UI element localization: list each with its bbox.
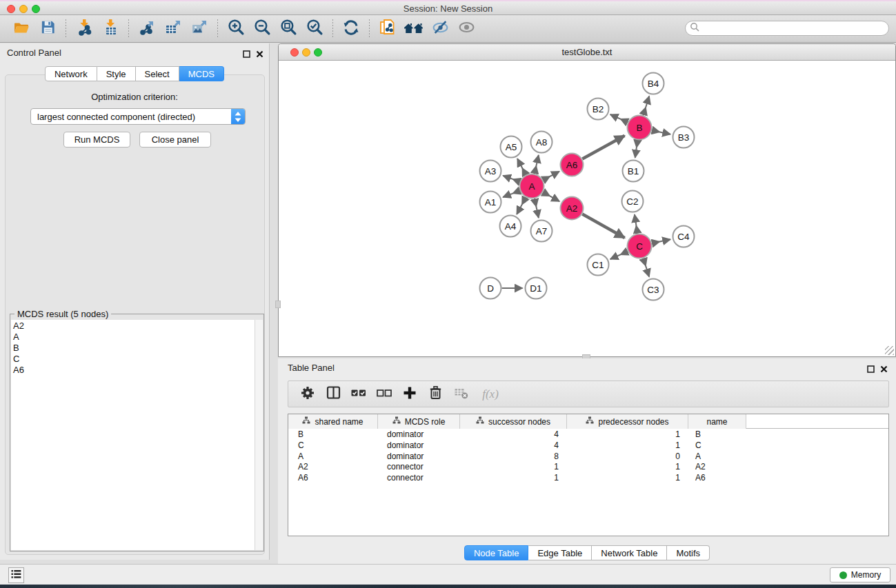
- table-row[interactable]: A2connector11A2: [288, 462, 888, 473]
- mcds-result-item[interactable]: A6: [13, 365, 255, 376]
- delete-table-button[interactable]: [451, 385, 470, 404]
- graph-node-B4[interactable]: B4: [643, 73, 664, 94]
- show-columns-button[interactable]: [323, 385, 343, 404]
- mcds-result-item[interactable]: C: [13, 354, 255, 365]
- graph-edge-A-A1[interactable]: [503, 191, 520, 197]
- graph-node-A8[interactable]: A8: [531, 132, 552, 153]
- graph-edge-B-B4[interactable]: [644, 97, 650, 116]
- zoom-selected-button[interactable]: [304, 19, 325, 39]
- float-panel-icon[interactable]: [867, 363, 875, 376]
- column-header-shared-name[interactable]: shared name: [288, 414, 378, 429]
- export-network-button[interactable]: [137, 19, 157, 39]
- import-network-button[interactable]: [74, 19, 94, 39]
- graph-node-A5[interactable]: A5: [501, 136, 522, 158]
- tab-mcds[interactable]: MCDS: [179, 66, 224, 81]
- home-reset-view-button[interactable]: [404, 19, 424, 39]
- graph-edge-A-A2[interactable]: [543, 192, 559, 201]
- zoom-fit-button[interactable]: [278, 19, 299, 39]
- graph-node-B2[interactable]: B2: [588, 99, 609, 120]
- graph-node-A4[interactable]: A4: [500, 216, 521, 237]
- tab-style[interactable]: Style: [97, 66, 136, 81]
- network-canvas[interactable]: AA1A2A3A4A5A6A7A8BB1B2B3B4CC1C2C3C4DD1: [279, 61, 895, 356]
- graph-edge-B-B1[interactable]: [635, 140, 638, 157]
- graph-node-A[interactable]: A: [520, 174, 544, 199]
- graph-node-A2[interactable]: A2: [561, 197, 584, 220]
- table-row[interactable]: Cdominator41C: [288, 440, 888, 452]
- graph-edge-A-A4[interactable]: [517, 197, 526, 214]
- select-all-button[interactable]: [349, 385, 368, 404]
- show-all-button[interactable]: [456, 19, 477, 39]
- graph-edge-A-A5[interactable]: [517, 159, 526, 174]
- tab-node-table[interactable]: Node Table: [464, 545, 529, 560]
- graph-node-C3[interactable]: C3: [643, 279, 664, 301]
- tab-network-table[interactable]: Network Table: [592, 545, 667, 560]
- graph-edge-A6-B[interactable]: [582, 136, 624, 159]
- tab-select[interactable]: Select: [136, 66, 179, 81]
- zoom-in-button[interactable]: [226, 19, 246, 39]
- mcds-list-scrollbar[interactable]: [255, 320, 263, 550]
- mcds-result-item[interactable]: B: [13, 343, 255, 354]
- graph-node-B[interactable]: B: [628, 116, 652, 140]
- graph-edge-C-C2[interactable]: [635, 214, 637, 233]
- search-input[interactable]: [700, 22, 888, 34]
- close-panel-icon[interactable]: [256, 48, 263, 61]
- graph-edge-A-A6[interactable]: [543, 172, 559, 181]
- hide-selected-button[interactable]: [430, 19, 450, 39]
- open-session-button[interactable]: [11, 19, 32, 39]
- graph-edge-B-B3[interactable]: [652, 130, 670, 134]
- table-mode-button[interactable]: [298, 385, 317, 404]
- equation-builder-button[interactable]: f(x): [477, 385, 504, 404]
- graph-edge-A-A3[interactable]: [503, 176, 519, 182]
- refresh-view-button[interactable]: [341, 19, 361, 39]
- graph-edge-B-B2[interactable]: [610, 114, 628, 122]
- graph-node-D1[interactable]: D1: [526, 278, 547, 299]
- table-row[interactable]: Adominator80A: [288, 452, 888, 463]
- save-session-button[interactable]: [37, 19, 58, 39]
- graph-node-A3[interactable]: A3: [480, 161, 501, 182]
- column-header-MCDS-role[interactable]: MCDS role: [378, 414, 460, 429]
- graph-edge-C-C1[interactable]: [610, 252, 628, 259]
- search-box[interactable]: [685, 21, 889, 36]
- graph-edge-C-C3[interactable]: [644, 258, 650, 277]
- run-mcds-button[interactable]: Run MCDS: [63, 132, 130, 148]
- graph-node-C1[interactable]: C1: [588, 254, 609, 276]
- close-panel-button[interactable]: Close panel: [139, 132, 211, 148]
- graph-edge-A-A8[interactable]: [535, 155, 539, 174]
- graph-edge-C-C4[interactable]: [652, 239, 670, 243]
- graph-edge-A-A7[interactable]: [535, 199, 539, 218]
- float-panel-icon[interactable]: [243, 48, 250, 61]
- graph-node-C4[interactable]: C4: [673, 226, 695, 247]
- tab-edge-table[interactable]: Edge Table: [528, 545, 592, 560]
- table-row[interactable]: Bdominator41B: [288, 429, 888, 440]
- graph-node-B1[interactable]: B1: [623, 161, 644, 182]
- close-panel-icon[interactable]: [880, 363, 888, 376]
- graph-node-A7[interactable]: A7: [531, 221, 552, 242]
- task-history-button[interactable]: [8, 567, 24, 583]
- column-header-name[interactable]: name: [688, 414, 746, 429]
- memory-button[interactable]: Memory: [830, 567, 890, 582]
- tab-motifs[interactable]: Motifs: [667, 545, 710, 560]
- mcds-result-item[interactable]: A2: [13, 321, 255, 332]
- window-resize-grip[interactable]: [885, 346, 894, 355]
- column-header-predecessor-nodes[interactable]: predecessor nodes: [567, 414, 688, 429]
- canvas-vertical-scroll-thumb[interactable]: [275, 301, 281, 308]
- zoom-out-button[interactable]: [252, 19, 272, 39]
- graph-node-A6[interactable]: A6: [561, 154, 584, 176]
- duplicate-network-button[interactable]: [377, 19, 398, 39]
- tab-network[interactable]: Network: [45, 66, 97, 81]
- export-image-button[interactable]: [189, 19, 210, 39]
- graph-node-D[interactable]: D: [480, 278, 501, 299]
- export-table-button[interactable]: [163, 19, 183, 39]
- criterion-dropdown[interactable]: largest connected component (directed): [30, 108, 246, 125]
- column-header-successor-nodes[interactable]: successor nodes: [460, 414, 567, 429]
- unselect-all-button[interactable]: [375, 385, 394, 404]
- graph-node-B3[interactable]: B3: [673, 127, 695, 148]
- delete-columns-button[interactable]: [426, 385, 445, 404]
- graph-node-C2[interactable]: C2: [622, 191, 644, 212]
- graph-node-C[interactable]: C: [628, 234, 652, 258]
- mcds-result-item[interactable]: A: [13, 332, 255, 343]
- graph-node-A1[interactable]: A1: [480, 192, 501, 213]
- create-column-button[interactable]: [400, 385, 419, 404]
- graph-edge-A2-C[interactable]: [582, 214, 624, 238]
- network-graph[interactable]: AA1A2A3A4A5A6A7A8BB1B2B3B4CC1C2C3C4DD1: [279, 61, 895, 357]
